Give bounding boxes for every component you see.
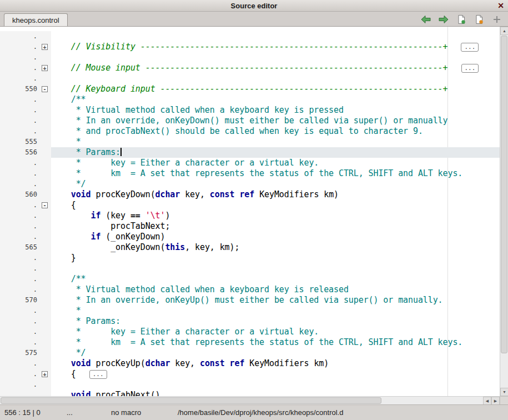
fold-expand-icon[interactable]: +: [42, 371, 48, 377]
code-token: , key, km);: [185, 242, 239, 252]
code-line[interactable]: .: [0, 31, 500, 42]
document-edit-icon[interactable]: [474, 14, 485, 25]
horizontal-scrollbar[interactable]: ◀ ▶: [0, 396, 500, 404]
code-line[interactable]: 556 * Params:: [0, 147, 500, 158]
text-caret: [120, 148, 122, 156]
scroll-up-icon[interactable]: ▲: [500, 27, 508, 35]
line-number: .: [0, 316, 39, 327]
code-line[interactable]: .+ {...: [0, 369, 500, 379]
code-line[interactable]: 575 */: [0, 348, 500, 358]
fold-collapse-icon[interactable]: -: [42, 202, 48, 208]
code-text: * In an override, onKeyUp() must either …: [51, 295, 500, 306]
horizontal-scroll-thumb[interactable]: [1, 397, 381, 404]
code-line[interactable]: . * Virtual method called when a keyboar…: [0, 284, 500, 295]
code-token: {: [51, 369, 76, 379]
code-line[interactable]: . * and procTabNext() should be called w…: [0, 126, 500, 137]
collapsed-code-ellipsis[interactable]: ...: [461, 43, 479, 52]
fold-collapse-icon[interactable]: -: [42, 86, 48, 92]
window-titlebar[interactable]: Source editor ✕: [0, 0, 508, 12]
code-token: [51, 390, 71, 396]
line-number: .: [0, 284, 39, 295]
code-line[interactable]: . void procKeyUp(dchar key, const ref Ke…: [0, 358, 500, 369]
code-line[interactable]: . * key = Either a character or a virtua…: [0, 158, 500, 168]
code-line[interactable]: . if (_onKeyDown): [0, 232, 500, 242]
fold-gutter: [39, 221, 51, 232]
code-line[interactable]: . */: [0, 179, 500, 189]
collapsed-code-ellipsis[interactable]: ...: [461, 64, 479, 73]
fold-gutter: [39, 274, 51, 284]
code-line[interactable]: . if (key == '\t'): [0, 211, 500, 221]
fold-gutter: [39, 158, 51, 168]
code-token: * km = A set that represents the status …: [51, 168, 462, 178]
code-line[interactable]: . * Virtual method called when a keyboar…: [0, 105, 500, 116]
code-token: // Mouse input: [71, 63, 145, 73]
code-token: dchar: [155, 189, 180, 199]
forward-icon[interactable]: [438, 14, 449, 25]
code-token: key,: [180, 189, 210, 199]
tab-bar: kheops.control: [0, 12, 508, 27]
code-line[interactable]: . /**: [0, 274, 500, 284]
fold-gutter: [39, 189, 51, 200]
code-line[interactable]: . * km = A set that represents the statu…: [0, 168, 500, 179]
close-icon[interactable]: ✕: [497, 1, 504, 10]
document-add-icon[interactable]: [456, 14, 467, 25]
code-text: * key = Either a character or a virtual …: [51, 327, 500, 337]
code-token: * In an override, onKeyDown() must eithe…: [51, 116, 447, 126]
code-line[interactable]: 570 * In an override, onKeyUp() must eit…: [0, 295, 500, 306]
code-text: */: [51, 179, 500, 189]
code-line[interactable]: . *: [0, 306, 500, 316]
fold-gutter: [39, 105, 51, 116]
code-line[interactable]: 555 *: [0, 137, 500, 147]
code-token: procTabNext(): [90, 390, 160, 396]
code-line[interactable]: 560 void procKeyDown(dchar key, const re…: [0, 189, 500, 200]
fold-expand-icon[interactable]: +: [42, 65, 48, 71]
code-line[interactable]: . * km = A set that represents the statu…: [0, 337, 500, 348]
line-number: .: [0, 263, 39, 274]
line-number: .: [0, 179, 39, 189]
code-line[interactable]: . }: [0, 253, 500, 263]
code-token: (key: [100, 211, 130, 221]
fold-gutter: [39, 52, 51, 63]
fold-gutter: -: [39, 84, 51, 94]
back-icon[interactable]: [420, 14, 431, 25]
tab-kheops-control[interactable]: kheops.control: [4, 13, 68, 26]
scroll-down-icon[interactable]: ▼: [500, 388, 508, 396]
scroll-right-icon[interactable]: ▶: [491, 397, 500, 405]
caret-position-status: 556 : 15 | 0: [4, 408, 41, 417]
code-line[interactable]: . * In an override, onKeyDown() must eit…: [0, 116, 500, 126]
code-line[interactable]: .: [0, 379, 500, 390]
code-line[interactable]: .: [0, 73, 500, 84]
line-number: .: [0, 158, 39, 168]
code-text: *: [51, 137, 500, 147]
fold-gutter: [39, 126, 51, 137]
code-line[interactable]: .+ // Mouse input ----------------------…: [0, 63, 500, 73]
scrollbar-corner: [500, 396, 508, 404]
code-line[interactable]: .: [0, 52, 500, 63]
code-token: ----------------------------------------…: [145, 63, 443, 73]
scroll-left-icon[interactable]: ◀: [483, 397, 491, 405]
code-token: void: [71, 189, 91, 199]
fold-gutter: +: [39, 42, 51, 52]
code-text: // Keyboard input ----------------------…: [51, 84, 500, 94]
vertical-scrollbar[interactable]: ▲ ▼: [500, 27, 508, 396]
code-line[interactable]: . void procTabNext(): [0, 390, 500, 396]
line-number: 575: [0, 348, 39, 358]
code-text: * Virtual method called when a keyboard …: [51, 284, 500, 295]
code-text: * Params:: [51, 316, 500, 327]
code-token: dchar: [145, 358, 170, 368]
code-line[interactable]: 565 _onKeyDown(this, key, km);: [0, 242, 500, 253]
code-line[interactable]: 550- // Keyboard input -----------------…: [0, 84, 500, 94]
collapsed-code-ellipsis[interactable]: ...: [89, 370, 107, 379]
code-line[interactable]: .: [0, 263, 500, 274]
code-line[interactable]: . * key = Either a character or a virtua…: [0, 327, 500, 337]
code-line[interactable]: .- {: [0, 200, 500, 211]
fold-expand-icon[interactable]: +: [42, 44, 48, 50]
code-text: // Visibility --------------------------…: [51, 42, 500, 52]
vertical-scroll-thumb[interactable]: [501, 36, 507, 353]
code-line[interactable]: . /**: [0, 94, 500, 105]
code-line[interactable]: . * Params:: [0, 316, 500, 327]
code-editor[interactable]: ..+ // Visibility ----------------------…: [0, 27, 500, 396]
code-line[interactable]: .+ // Visibility -----------------------…: [0, 42, 500, 52]
code-line[interactable]: . procTabNext;: [0, 221, 500, 232]
detach-icon[interactable]: [491, 14, 502, 25]
